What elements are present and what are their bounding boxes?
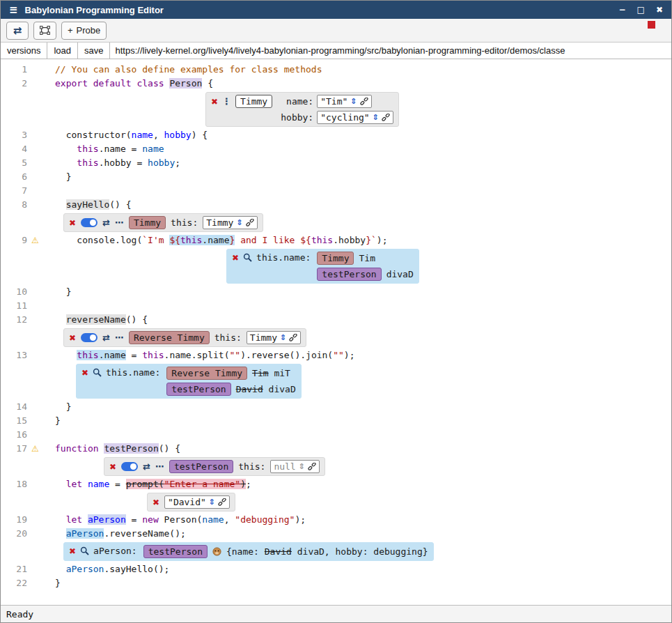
probe-label: aPerson:	[93, 545, 137, 557]
url-field[interactable]: https://lively-kernel.org/lively4/lively…	[110, 43, 671, 59]
code-line[interactable]: }	[47, 576, 61, 590]
link-icon[interactable]	[218, 498, 226, 507]
load-button[interactable]: load	[47, 43, 78, 59]
code-area[interactable]: 1// You can also define examples for cla…	[1, 59, 671, 605]
activate-toggle[interactable]	[81, 218, 97, 227]
activate-toggle[interactable]	[81, 333, 97, 342]
menu-icon[interactable]: ⋯	[155, 462, 164, 471]
remove-button[interactable]: ✖	[153, 498, 159, 507]
code-row: 21 aPerson.sayHello();	[1, 562, 671, 576]
value-input[interactable]: null⇕	[270, 460, 320, 473]
stepper-icon[interactable]: ⇕	[299, 461, 305, 472]
example-badge[interactable]: Timmy	[235, 95, 272, 108]
remove-button[interactable]: ✖	[109, 463, 116, 471]
hamburger-menu-icon[interactable]: ≡	[9, 3, 18, 16]
code-line[interactable]: }	[47, 285, 71, 299]
menu-icon[interactable]: ⋯	[115, 333, 124, 342]
stepper-icon[interactable]: ⇕	[373, 111, 379, 123]
save-button[interactable]: save	[78, 43, 110, 59]
value-input[interactable]: Timmy⇕	[203, 216, 257, 229]
versions-button[interactable]: versions	[1, 43, 47, 59]
code-line[interactable]: }	[47, 400, 71, 414]
remove-button[interactable]: ✖	[69, 219, 76, 227]
probe-value-part: David	[236, 384, 263, 394]
line-number: 11	[1, 299, 31, 313]
code-line[interactable]: this.hobby = hobby;	[47, 156, 180, 170]
code-token: .name.split(	[164, 350, 230, 360]
gutter-warning-slot	[31, 198, 47, 212]
code-token: .hobby =	[99, 157, 148, 168]
remove-button[interactable]: ✖	[211, 98, 218, 106]
example-badge[interactable]: Timmy	[129, 216, 166, 229]
code-token: aPerson	[66, 528, 104, 539]
code-token: .sayHello();	[104, 564, 169, 574]
switch-icon[interactable]: ⇄	[102, 218, 110, 227]
code-line[interactable]: }	[47, 414, 61, 428]
stepper-icon[interactable]: ⇕	[280, 332, 286, 344]
code-line[interactable]	[47, 184, 55, 198]
example-widget: ✖⋮Timmyname:"Tim"⇕hobby:"cycling"⇕	[205, 92, 399, 127]
code-line[interactable]: constructor(name, hobby) {	[47, 128, 208, 142]
example-badge[interactable]: Timmy	[317, 252, 354, 265]
code-line[interactable]: console.log(`I'm ${this.name} and I like…	[47, 233, 387, 247]
value-text: "Tim"	[320, 95, 347, 107]
code-token: }	[55, 415, 61, 426]
link-icon[interactable]	[382, 114, 390, 122]
menu-icon[interactable]: ⋯	[115, 218, 124, 227]
example-badge[interactable]: testPerson	[143, 545, 208, 558]
code-line[interactable]: let aPerson = new Person(name, "debuggin…	[47, 513, 306, 527]
gutter-warning-slot	[31, 541, 47, 562]
code-token: ) {	[192, 130, 208, 140]
remove-button[interactable]: ✖	[69, 547, 76, 555]
code-line[interactable]: export default class Person {	[47, 77, 213, 91]
link-icon[interactable]	[246, 219, 254, 227]
code-line[interactable]	[47, 428, 55, 442]
monkey-icon[interactable]	[212, 547, 221, 556]
minimize-button[interactable]: −	[619, 5, 626, 15]
code-token: );	[344, 350, 355, 360]
maximize-button[interactable]: □	[637, 5, 645, 15]
stepper-icon[interactable]: ⇕	[209, 496, 215, 508]
stepper-icon[interactable]: ⇕	[350, 95, 357, 107]
code-line[interactable]: this.name = this.name.split("").reverse(…	[47, 348, 355, 362]
code-line[interactable]: }	[47, 170, 71, 184]
gutter-warning-slot	[31, 414, 47, 428]
example-badge[interactable]: testPerson	[317, 268, 381, 281]
example-badge[interactable]: Reverse Timmy	[129, 331, 210, 344]
example-badge[interactable]: testPerson	[169, 460, 233, 473]
menu-icon[interactable]: ⋮	[222, 97, 231, 106]
switch-icon[interactable]: ⇄	[143, 462, 150, 471]
activate-toggle[interactable]	[121, 462, 138, 471]
value-input[interactable]: Timmy⇕	[247, 331, 301, 344]
code-token: name	[132, 130, 153, 140]
code-line[interactable]	[47, 299, 55, 313]
value-input[interactable]: "cycling"⇕	[317, 111, 393, 124]
remove-button[interactable]: ✖	[81, 369, 88, 377]
code-line[interactable]: this.name = name	[47, 142, 164, 156]
value-input[interactable]: "David"⇕	[164, 495, 230, 509]
switch-icon[interactable]: ⇄	[102, 333, 110, 342]
example-badge[interactable]: testPerson	[166, 383, 230, 396]
stepper-icon[interactable]: ⇕	[236, 217, 242, 229]
link-icon[interactable]	[308, 463, 316, 471]
example-badge[interactable]: Reverse Timmy	[166, 367, 247, 380]
value-input[interactable]: "Tim"⇕	[317, 95, 371, 108]
link-icon[interactable]	[289, 334, 297, 342]
code-line[interactable]: let name = prompt("Enter a name");	[47, 477, 251, 491]
code-line[interactable]: aPerson.sayHello();	[47, 562, 169, 576]
code-line[interactable]: reverseName() {	[47, 313, 148, 327]
code-row: 20 aPerson.reverseName();	[1, 527, 671, 541]
code-line[interactable]: aPerson.reverseName();	[47, 527, 186, 541]
close-window-button[interactable]: ✖	[656, 5, 663, 15]
add-probe-button[interactable]: + Probe	[61, 22, 107, 40]
remove-button[interactable]: ✖	[69, 334, 76, 342]
link-icon[interactable]	[360, 98, 368, 106]
sync-indicator[interactable]	[648, 21, 655, 29]
code-line[interactable]: // You can also define examples for clas…	[47, 63, 322, 77]
code-line[interactable]: sayHello() {	[47, 198, 132, 212]
selection-button[interactable]	[33, 22, 56, 40]
code-line[interactable]: function testPerson() {	[47, 442, 180, 456]
remove-button[interactable]: ✖	[232, 254, 239, 262]
swap-button[interactable]: ⇄	[6, 22, 29, 40]
code-token: ,	[224, 514, 235, 525]
